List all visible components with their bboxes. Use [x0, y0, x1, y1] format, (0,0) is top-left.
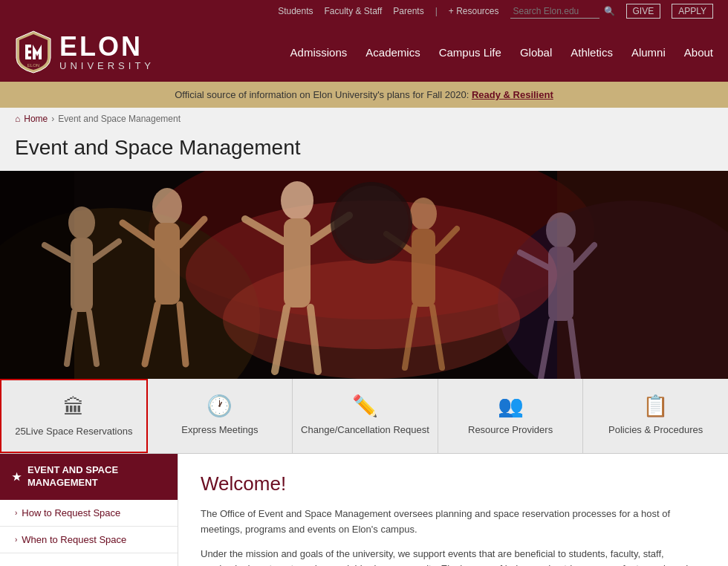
quick-link-change-cancellation[interactable]: ✏️ Change/Cancellation Request — [293, 379, 438, 453]
svg-point-21 — [281, 181, 313, 220]
star-icon: ★ — [12, 470, 22, 484]
svg-rect-34 — [548, 247, 573, 321]
logo-university: UNIVERSITY — [59, 60, 155, 71]
welcome-paragraph-1: The Office of Event and Space Management… — [201, 507, 706, 538]
nav-academics[interactable]: Academics — [365, 46, 420, 59]
utility-link-parents[interactable]: Parents — [393, 6, 423, 16]
home-icon: ⌂ — [15, 114, 20, 124]
breadcrumb: ⌂ Home › Event and Space Management — [0, 108, 728, 130]
nav-admissions[interactable]: Admissions — [290, 46, 348, 59]
hero-image — [0, 171, 728, 379]
quick-link-policies-procedures[interactable]: 📋 Policies & Procedures — [583, 379, 728, 453]
main-content: Welcome! The Office of Event and Space M… — [178, 454, 728, 566]
logo-elon: ELON — [59, 33, 155, 60]
breadcrumb-current: Event and Space Management — [58, 114, 181, 124]
quick-link-label-1: Express Meetings — [181, 424, 258, 435]
sidebar-title-text: EVENT AND SPACE MANAGEMENT — [27, 464, 166, 489]
svg-point-27 — [410, 198, 437, 230]
content-area: ★ EVENT AND SPACE MANAGEMENT › How to Re… — [0, 454, 728, 566]
sidebar-nav: › How to Request Space › When to Request… — [0, 500, 178, 553]
svg-point-9 — [68, 206, 95, 239]
search-area: 🔍 — [510, 4, 615, 19]
logo-text: ELON UNIVERSITY — [59, 33, 155, 71]
utility-link-students[interactable]: Students — [278, 6, 313, 16]
utility-bar: Students Faculty & Staff Parents | + Res… — [0, 0, 728, 22]
sidebar: ★ EVENT AND SPACE MANAGEMENT › How to Re… — [0, 454, 178, 566]
divider: | — [435, 6, 438, 16]
sidebar-item-how-to-request[interactable]: › How to Request Space — [0, 500, 178, 527]
nav-campus-life[interactable]: Campus Life — [439, 46, 501, 59]
svg-point-15 — [152, 188, 182, 225]
search-icon[interactable]: 🔍 — [604, 6, 615, 16]
sidebar-item-label-1: When to Request Space — [22, 534, 126, 545]
edit-icon: ✏️ — [352, 394, 378, 418]
quick-links-bar: 🏛 25Live Space Reservations 🕐 Express Me… — [0, 379, 728, 454]
breadcrumb-home[interactable]: Home — [24, 114, 48, 124]
breadcrumb-separator: › — [51, 114, 54, 124]
elon-shield-logo: ELON — [15, 30, 52, 74]
nav-global[interactable]: Global — [520, 46, 552, 59]
sidebar-item-label-0: How to Request Space — [22, 507, 120, 518]
announcement-link[interactable]: Ready & Resilient — [472, 89, 553, 100]
utility-link-faculty-staff[interactable]: Faculty & Staff — [325, 6, 383, 16]
welcome-heading: Welcome! — [201, 472, 706, 495]
hero-svg — [0, 171, 728, 379]
quick-link-label-0: 25Live Space Reservations — [15, 426, 132, 437]
book-icon: 📋 — [643, 394, 669, 418]
quick-link-express-meetings[interactable]: 🕐 Express Meetings — [148, 379, 293, 453]
page-title: Event and Space Management — [15, 136, 713, 160]
nav-about[interactable]: About — [684, 46, 713, 59]
announcement-bar: Official source of information on Elon U… — [0, 82, 728, 108]
nav-athletics[interactable]: Athletics — [571, 46, 613, 59]
svg-text:ELON: ELON — [27, 63, 39, 68]
welcome-paragraph-2: Under the mission and goals of the unive… — [201, 547, 706, 566]
plus-icon: + Resources — [449, 6, 499, 16]
building-icon: 🏛 — [63, 395, 84, 420]
arrow-icon-0: › — [15, 509, 17, 517]
svg-point-33 — [546, 212, 576, 248]
svg-rect-16 — [155, 223, 180, 305]
apply-button[interactable]: APPLY — [672, 4, 713, 19]
quick-link-space-reservations[interactable]: 🏛 25Live Space Reservations — [0, 379, 148, 453]
svg-rect-10 — [71, 238, 93, 312]
main-header: ELON ELON UNIVERSITY Admissions Academic… — [0, 22, 728, 82]
give-button[interactable]: GIVE — [626, 4, 661, 19]
quick-link-label-4: Policies & Procedures — [608, 424, 703, 435]
svg-rect-22 — [284, 218, 311, 308]
page-title-area: Event and Space Management — [0, 130, 728, 171]
arrow-icon-1: › — [15, 536, 17, 544]
quick-link-label-2: Change/Cancellation Request — [301, 424, 429, 435]
announcement-text: Official source of information on Elon U… — [175, 89, 472, 100]
sidebar-title: ★ EVENT AND SPACE MANAGEMENT — [0, 454, 178, 500]
clock-icon: 🕐 — [207, 394, 233, 418]
logo-area[interactable]: ELON ELON UNIVERSITY — [15, 30, 155, 74]
main-nav: Admissions Academics Campus Life Global … — [290, 46, 713, 59]
search-input[interactable] — [510, 4, 599, 19]
quick-link-label-3: Resource Providers — [468, 424, 553, 435]
quick-link-resource-providers[interactable]: 👥 Resource Providers — [438, 379, 584, 453]
svg-rect-28 — [412, 229, 435, 307]
resources-button[interactable]: + Resources — [449, 6, 499, 16]
sidebar-item-when-to-request[interactable]: › When to Request Space — [0, 527, 178, 553]
svg-rect-8 — [0, 171, 74, 379]
people-icon: 👥 — [498, 394, 524, 418]
svg-point-40 — [334, 186, 409, 260]
svg-rect-7 — [557, 171, 728, 379]
nav-alumni[interactable]: Alumni — [631, 46, 666, 59]
svg-point-6 — [223, 260, 520, 379]
